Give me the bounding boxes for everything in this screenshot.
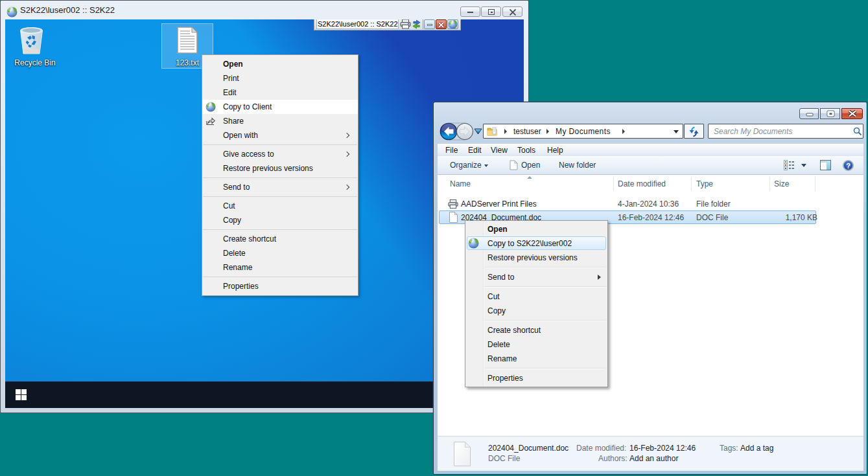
svg-text:?: ? [846, 162, 850, 170]
